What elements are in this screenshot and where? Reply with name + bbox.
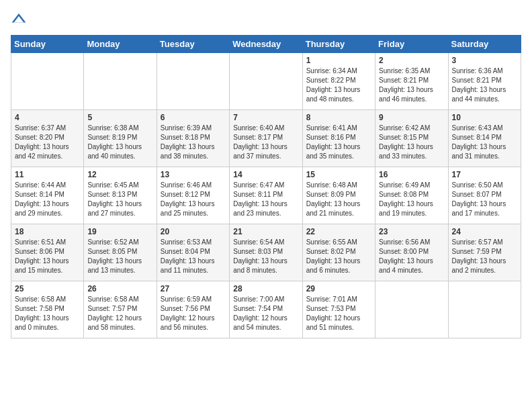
- day-number: 3: [452, 56, 517, 65]
- calendar-cell: 4Sunrise: 6:37 AM Sunset: 8:20 PM Daylig…: [11, 110, 84, 167]
- calendar-cell: 6Sunrise: 6:39 AM Sunset: 8:18 PM Daylig…: [157, 110, 229, 167]
- day-info: Sunrise: 6:46 AM Sunset: 8:12 PM Dayligh…: [161, 181, 226, 218]
- day-number: 6: [161, 113, 226, 122]
- day-number: 9: [379, 113, 444, 122]
- day-info: Sunrise: 6:54 AM Sunset: 8:03 PM Dayligh…: [233, 238, 298, 275]
- calendar-cell: 1Sunrise: 6:34 AM Sunset: 8:22 PM Daylig…: [302, 53, 375, 110]
- day-number: 26: [87, 284, 152, 293]
- day-number: 7: [233, 113, 298, 122]
- calendar-cell: 25Sunrise: 6:58 AM Sunset: 7:58 PM Dayli…: [11, 281, 84, 338]
- page-header: [11, 11, 521, 27]
- calendar-cell: [448, 281, 521, 338]
- day-info: Sunrise: 7:01 AM Sunset: 7:53 PM Dayligh…: [306, 295, 371, 332]
- calendar-cell: 19Sunrise: 6:52 AM Sunset: 8:05 PM Dayli…: [84, 224, 157, 281]
- day-number: 5: [87, 113, 152, 122]
- calendar-cell: 22Sunrise: 6:55 AM Sunset: 8:02 PM Dayli…: [302, 224, 375, 281]
- calendar-cell: 8Sunrise: 6:41 AM Sunset: 8:16 PM Daylig…: [302, 110, 375, 167]
- calendar-cell: 3Sunrise: 6:36 AM Sunset: 8:21 PM Daylig…: [448, 53, 521, 110]
- day-info: Sunrise: 6:47 AM Sunset: 8:11 PM Dayligh…: [233, 181, 298, 218]
- day-info: Sunrise: 6:56 AM Sunset: 8:00 PM Dayligh…: [379, 238, 444, 275]
- day-info: Sunrise: 7:00 AM Sunset: 7:54 PM Dayligh…: [233, 295, 298, 332]
- day-of-week-header: Tuesday: [157, 36, 229, 53]
- calendar-week-row: 18Sunrise: 6:51 AM Sunset: 8:06 PM Dayli…: [11, 224, 521, 281]
- calendar-cell: 16Sunrise: 6:49 AM Sunset: 8:08 PM Dayli…: [375, 167, 448, 224]
- day-of-week-header: Thursday: [302, 36, 375, 53]
- day-info: Sunrise: 6:41 AM Sunset: 8:16 PM Dayligh…: [306, 124, 371, 161]
- calendar-cell: 2Sunrise: 6:35 AM Sunset: 8:21 PM Daylig…: [375, 53, 448, 110]
- calendar-week-row: 25Sunrise: 6:58 AM Sunset: 7:58 PM Dayli…: [11, 281, 521, 338]
- day-number: 22: [306, 227, 371, 236]
- day-of-week-header: Wednesday: [230, 36, 302, 53]
- day-number: 18: [15, 227, 80, 236]
- day-info: Sunrise: 6:58 AM Sunset: 7:58 PM Dayligh…: [15, 295, 80, 332]
- calendar-cell: 18Sunrise: 6:51 AM Sunset: 8:06 PM Dayli…: [11, 224, 84, 281]
- calendar-week-row: 4Sunrise: 6:37 AM Sunset: 8:20 PM Daylig…: [11, 110, 521, 167]
- calendar-cell: 28Sunrise: 7:00 AM Sunset: 7:54 PM Dayli…: [230, 281, 302, 338]
- calendar-cell: [84, 53, 157, 110]
- calendar-cell: 5Sunrise: 6:38 AM Sunset: 8:19 PM Daylig…: [84, 110, 157, 167]
- calendar-cell: 14Sunrise: 6:47 AM Sunset: 8:11 PM Dayli…: [230, 167, 302, 224]
- day-number: 15: [306, 170, 371, 179]
- calendar-cell: 20Sunrise: 6:53 AM Sunset: 8:04 PM Dayli…: [157, 224, 229, 281]
- day-info: Sunrise: 6:43 AM Sunset: 8:14 PM Dayligh…: [452, 124, 517, 161]
- day-info: Sunrise: 6:36 AM Sunset: 8:21 PM Dayligh…: [452, 66, 517, 104]
- day-number: 29: [306, 284, 371, 293]
- day-info: Sunrise: 6:37 AM Sunset: 8:20 PM Dayligh…: [15, 124, 80, 161]
- calendar-week-row: 11Sunrise: 6:44 AM Sunset: 8:14 PM Dayli…: [11, 167, 521, 224]
- day-number: 17: [452, 170, 517, 179]
- logo: [11, 11, 30, 27]
- day-number: 23: [379, 227, 444, 236]
- day-info: Sunrise: 6:45 AM Sunset: 8:13 PM Dayligh…: [87, 181, 152, 218]
- calendar-cell: [157, 53, 229, 110]
- day-of-week-header: Sunday: [11, 36, 84, 53]
- day-info: Sunrise: 6:50 AM Sunset: 8:07 PM Dayligh…: [452, 181, 517, 218]
- day-of-week-header: Monday: [84, 36, 157, 53]
- day-info: Sunrise: 6:44 AM Sunset: 8:14 PM Dayligh…: [15, 181, 80, 218]
- day-info: Sunrise: 6:57 AM Sunset: 7:59 PM Dayligh…: [452, 238, 517, 275]
- day-number: 28: [233, 284, 298, 293]
- day-info: Sunrise: 6:40 AM Sunset: 8:17 PM Dayligh…: [233, 124, 298, 161]
- calendar-header-row: SundayMondayTuesdayWednesdayThursdayFrid…: [11, 36, 521, 53]
- day-number: 24: [452, 227, 517, 236]
- calendar-cell: [375, 281, 448, 338]
- day-number: 8: [306, 113, 371, 122]
- day-number: 4: [15, 113, 80, 122]
- day-number: 1: [306, 56, 371, 65]
- day-info: Sunrise: 6:48 AM Sunset: 8:09 PM Dayligh…: [306, 181, 371, 218]
- calendar-cell: [230, 53, 302, 110]
- calendar-week-row: 1Sunrise: 6:34 AM Sunset: 8:22 PM Daylig…: [11, 53, 521, 110]
- day-info: Sunrise: 6:34 AM Sunset: 8:22 PM Dayligh…: [306, 66, 371, 104]
- day-info: Sunrise: 6:51 AM Sunset: 8:06 PM Dayligh…: [15, 238, 80, 275]
- calendar-cell: 17Sunrise: 6:50 AM Sunset: 8:07 PM Dayli…: [448, 167, 521, 224]
- day-number: 13: [161, 170, 226, 179]
- day-number: 21: [233, 227, 298, 236]
- calendar-cell: 29Sunrise: 7:01 AM Sunset: 7:53 PM Dayli…: [302, 281, 375, 338]
- day-number: 19: [87, 227, 152, 236]
- calendar-table: SundayMondayTuesdayWednesdayThursdayFrid…: [11, 35, 521, 338]
- calendar-cell: 13Sunrise: 6:46 AM Sunset: 8:12 PM Dayli…: [157, 167, 229, 224]
- calendar-cell: 11Sunrise: 6:44 AM Sunset: 8:14 PM Dayli…: [11, 167, 84, 224]
- calendar-cell: 27Sunrise: 6:59 AM Sunset: 7:56 PM Dayli…: [157, 281, 229, 338]
- day-number: 2: [379, 56, 444, 65]
- calendar-cell: 23Sunrise: 6:56 AM Sunset: 8:00 PM Dayli…: [375, 224, 448, 281]
- day-number: 11: [15, 170, 80, 179]
- day-number: 27: [161, 284, 226, 293]
- logo-icon: [11, 11, 27, 27]
- calendar-cell: 21Sunrise: 6:54 AM Sunset: 8:03 PM Dayli…: [230, 224, 302, 281]
- calendar-cell: 15Sunrise: 6:48 AM Sunset: 8:09 PM Dayli…: [302, 167, 375, 224]
- day-number: 14: [233, 170, 298, 179]
- day-number: 16: [379, 170, 444, 179]
- day-info: Sunrise: 6:59 AM Sunset: 7:56 PM Dayligh…: [161, 295, 226, 332]
- day-info: Sunrise: 6:53 AM Sunset: 8:04 PM Dayligh…: [161, 238, 226, 275]
- day-info: Sunrise: 6:55 AM Sunset: 8:02 PM Dayligh…: [306, 238, 371, 275]
- calendar-cell: 9Sunrise: 6:42 AM Sunset: 8:15 PM Daylig…: [375, 110, 448, 167]
- calendar-cell: 26Sunrise: 6:58 AM Sunset: 7:57 PM Dayli…: [84, 281, 157, 338]
- day-of-week-header: Friday: [375, 36, 448, 53]
- day-info: Sunrise: 6:38 AM Sunset: 8:19 PM Dayligh…: [87, 124, 152, 161]
- day-info: Sunrise: 6:52 AM Sunset: 8:05 PM Dayligh…: [87, 238, 152, 275]
- day-info: Sunrise: 6:35 AM Sunset: 8:21 PM Dayligh…: [379, 66, 444, 104]
- day-info: Sunrise: 6:49 AM Sunset: 8:08 PM Dayligh…: [379, 181, 444, 218]
- day-info: Sunrise: 6:58 AM Sunset: 7:57 PM Dayligh…: [87, 295, 152, 332]
- day-info: Sunrise: 6:42 AM Sunset: 8:15 PM Dayligh…: [379, 124, 444, 161]
- day-of-week-header: Saturday: [448, 36, 521, 53]
